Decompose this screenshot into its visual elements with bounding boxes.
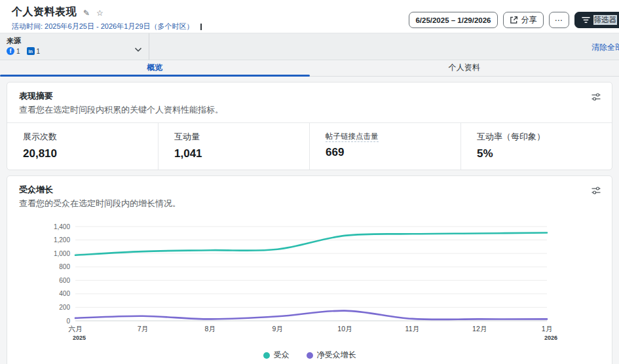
svg-text:12月: 12月 — [472, 325, 487, 333]
svg-text:1,000: 1,000 — [54, 250, 70, 257]
audience-growth-description: 查看您的受众在选定时间段内的增长情况。 — [19, 198, 601, 209]
linkedin-icon: in — [27, 47, 35, 55]
report-header: 个人资料表现 ✎ ☆ 活动时间: 2025年6月25日 - 2026年1月29日… — [0, 0, 619, 33]
clear-all-filters-link[interactable]: 清除全部 — [591, 42, 619, 53]
svg-text:10月: 10月 — [337, 325, 352, 333]
net-growth-legend-dot — [307, 352, 313, 359]
svg-text:200: 200 — [59, 304, 70, 311]
filters-button[interactable]: 筛选器 — [574, 12, 619, 28]
legend-item-audience[interactable]: 受众 — [263, 350, 290, 361]
sliders-icon — [591, 94, 601, 104]
sliders-icon — [591, 188, 601, 198]
audience-growth-settings-button[interactable] — [591, 185, 601, 198]
share-button[interactable]: 分享 — [503, 12, 544, 28]
metrics-row: 展示次数 20,810 互动量 1,041 帖子链接点击量 669 互动率（每印… — [7, 122, 612, 170]
summary-description: 查看您在选定时间段内积累的关键个人资料性能指标。 — [19, 104, 601, 116]
source-filter-dropdown[interactable]: 来源 f 1 in 1 — [0, 33, 149, 60]
filter-bar: 来源 f 1 in 1 清除全部 — [0, 33, 619, 60]
svg-text:1,400: 1,400 — [54, 223, 70, 230]
metric-post-link-clicks: 帖子链接点击量 669 — [309, 123, 460, 170]
tab-overview[interactable]: 概览 — [0, 60, 310, 76]
facebook-source-chip: f 1 — [7, 47, 20, 55]
date-range-button[interactable]: 6/25/2025 – 1/29/2026 — [409, 12, 497, 28]
svg-text:9月: 9月 — [272, 325, 282, 333]
svg-text:1月: 1月 — [542, 325, 552, 333]
share-icon — [510, 16, 518, 24]
chart-legend: 受众 净受众增长 — [7, 347, 612, 364]
filter-icon — [582, 16, 590, 24]
svg-text:800: 800 — [59, 263, 70, 270]
metric-engagements: 互动量 1,041 — [158, 123, 309, 170]
chevron-down-icon — [134, 43, 142, 55]
svg-text:2026: 2026 — [544, 335, 557, 341]
audience-growth-card: 受众增长 查看您的受众在选定时间段内的增长情况。 02004006008001,… — [7, 175, 612, 364]
svg-text:2025: 2025 — [73, 335, 86, 341]
page-title: 个人资料表现 — [12, 5, 77, 19]
metric-impressions: 展示次数 20,810 — [7, 123, 158, 170]
linkedin-source-chip: in 1 — [27, 47, 41, 55]
svg-text:8月: 8月 — [205, 325, 216, 333]
audience-legend-dot — [263, 352, 270, 359]
favorite-star-icon[interactable]: ☆ — [96, 9, 103, 18]
svg-text:7月: 7月 — [138, 325, 148, 333]
summary-settings-button[interactable] — [591, 92, 601, 104]
svg-text:0: 0 — [66, 318, 70, 325]
svg-text:600: 600 — [59, 277, 70, 284]
source-filter-label: 来源 — [7, 36, 142, 46]
svg-text:400: 400 — [59, 290, 70, 297]
audience-growth-chart: 02004006008001,0001,2001,400六月20257月8月9月… — [10, 221, 607, 344]
legend-item-net-growth[interactable]: 净受众增长 — [307, 350, 356, 361]
summary-title: 表现摘要 — [19, 90, 601, 102]
performance-summary-card: 表现摘要 查看您在选定时间段内积累的关键个人资料性能指标。 展示次数 20,81… — [7, 82, 612, 170]
svg-text:1,200: 1,200 — [54, 236, 70, 244]
svg-text:六月: 六月 — [69, 325, 83, 333]
tab-profiles[interactable]: 个人资料 — [310, 60, 619, 76]
text-cursor-mark — [200, 24, 202, 30]
audience-growth-title: 受众增长 — [19, 184, 601, 196]
metric-engagement-rate: 互动率（每印象） 5% — [460, 123, 612, 170]
report-tabs: 概览 个人资料 — [0, 60, 619, 77]
svg-text:11月: 11月 — [405, 325, 419, 333]
edit-title-icon[interactable]: ✎ — [83, 9, 90, 18]
facebook-icon: f — [7, 47, 14, 55]
more-options-button[interactable]: ⋯ — [549, 12, 569, 28]
